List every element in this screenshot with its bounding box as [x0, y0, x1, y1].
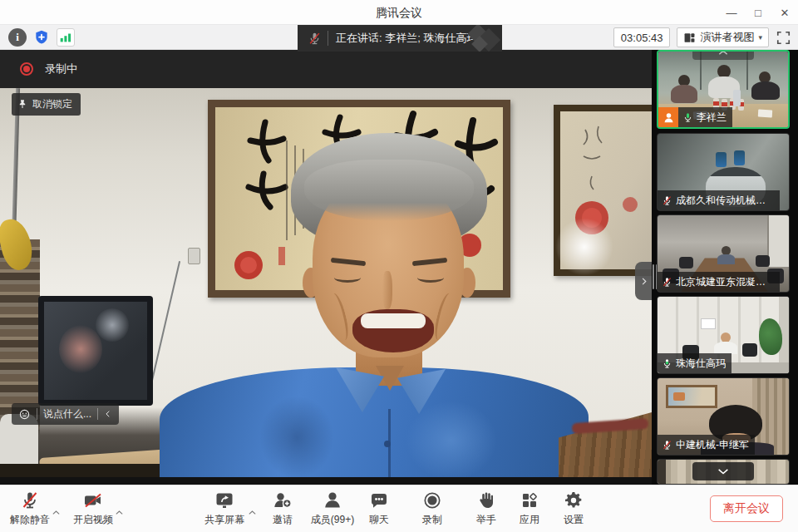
mic-on-icon — [682, 112, 693, 123]
participant-tile-partial[interactable] — [657, 459, 790, 485]
mic-muted-icon — [662, 440, 672, 451]
settings-button[interactable]: 设置 — [544, 490, 603, 527]
participant-tile-beijing[interactable]: 北京城建亚东混凝土有... — [657, 214, 790, 293]
window-title: 腾讯会议 — [0, 0, 798, 25]
participant-tile-zhuhai[interactable]: 珠海仕高玛 — [657, 296, 790, 374]
title-bar: 腾讯会议 — □ ✕ — [0, 0, 798, 25]
chevron-up-icon — [52, 510, 61, 515]
meeting-timer: 03:05:43 — [613, 27, 671, 47]
now-speaking-text: 正在讲话: 李祥兰; 珠海仕高玛; — [336, 31, 480, 46]
now-speaking-banner: 正在讲话: 李祥兰; 珠海仕高玛; — [298, 25, 502, 52]
mic-muted-icon — [662, 195, 672, 206]
participant-name: 成都久和传动机械有限... — [676, 194, 774, 208]
participants-sidebar: 李祥兰 成都久和传动机械有限... — [652, 50, 798, 485]
chat-input[interactable]: 说点什么... — [43, 407, 91, 421]
recording-dot-icon — [20, 62, 33, 76]
settings-label: 设置 — [564, 513, 584, 527]
participant-name: 北京城建亚东混凝土有... — [676, 275, 774, 289]
meeting-main-area: 录制中 取消锁定 说点什么... — [0, 50, 798, 485]
participant-tile-chengdu[interactable]: 成都久和传动机械有限... — [657, 133, 790, 211]
members-icon — [323, 490, 342, 510]
share-screen-label: 共享屏幕 — [204, 513, 244, 527]
sidebar-collapse-handle[interactable] — [635, 262, 652, 300]
speaker-smile — [352, 309, 434, 352]
view-mode-label: 演讲者视图 — [700, 30, 754, 45]
recording-label: 录制中 — [45, 62, 77, 76]
unmute-label: 解除静音 — [10, 513, 50, 527]
presenter-badge-icon — [658, 107, 678, 127]
mic-muted-icon — [662, 277, 672, 288]
speaker-view-icon — [683, 32, 696, 44]
participant-name: 珠海仕高玛 — [676, 357, 726, 371]
participant-tile-lixianglan[interactable]: 李祥兰 — [657, 50, 790, 129]
apps-label: 应用 — [520, 513, 539, 527]
raise-hand-label: 举手 — [476, 513, 496, 527]
fullscreen-icon[interactable] — [776, 30, 791, 46]
participant-name: 李祥兰 — [697, 111, 727, 125]
participant-tile-zhongjian[interactable]: 中建机械-申继军 — [657, 377, 790, 456]
maximize-button[interactable]: □ — [745, 0, 771, 25]
sidebar-scroll-up-button[interactable] — [692, 50, 754, 60]
quick-chat-bar: 说点什么... — [12, 403, 119, 425]
settings-icon — [564, 490, 584, 510]
invite-label: 邀请 — [273, 513, 293, 527]
chat-label: 聊天 — [369, 513, 389, 527]
chat-icon — [369, 490, 389, 510]
mic-muted-icon — [20, 490, 40, 510]
participant-name: 中建机械-申继军 — [676, 438, 749, 452]
record-button[interactable]: 录制 — [402, 490, 462, 527]
members-label: 成员(99+) — [311, 513, 354, 527]
close-button[interactable]: ✕ — [771, 0, 798, 25]
chevron-right-icon — [639, 277, 648, 286]
minimize-button[interactable]: — — [718, 0, 745, 25]
record-icon — [422, 490, 442, 510]
raise-hand-icon — [476, 490, 496, 510]
main-video[interactable]: 录制中 取消锁定 说点什么... — [0, 50, 652, 485]
network-signal-icon[interactable] — [57, 28, 75, 47]
meeting-info-icon[interactable]: i — [8, 28, 27, 47]
chevron-up-icon — [717, 50, 729, 57]
apps-icon — [520, 490, 539, 510]
invite-icon — [273, 490, 293, 510]
share-screen-icon — [214, 490, 234, 510]
camera-off-icon — [83, 490, 103, 510]
unlock-pin-label: 取消锁定 — [32, 97, 72, 111]
leave-meeting-button[interactable]: 离开会议 — [710, 495, 783, 522]
small-frame — [554, 105, 652, 276]
chevron-up-icon — [115, 510, 124, 515]
video-options-chevron[interactable] — [115, 504, 124, 519]
mic-options-chevron[interactable] — [52, 504, 61, 519]
mic-on-icon — [662, 358, 672, 369]
chevron-down-icon: ▾ — [758, 33, 762, 42]
chevron-left-icon[interactable] — [104, 410, 112, 418]
blurred-name — [469, 25, 502, 52]
unlock-pin-button[interactable]: 取消锁定 — [12, 93, 81, 116]
chevron-down-icon — [717, 467, 730, 476]
desk-monitor — [38, 296, 153, 406]
security-shield-icon[interactable] — [32, 28, 51, 47]
sidebar-scroll-down-button[interactable] — [692, 462, 754, 480]
view-mode-button[interactable]: 演讲者视图 ▾ — [677, 27, 769, 47]
chat-button[interactable]: 聊天 — [349, 490, 409, 527]
recording-bar: 录制中 — [0, 50, 652, 88]
bottom-toolbar: 解除静音 开启视频 共享屏幕 邀请 — [0, 485, 798, 532]
window-controls: — □ ✕ — [718, 0, 798, 25]
share-screen-button[interactable]: 共享屏幕 — [195, 490, 254, 527]
start-video-label: 开启视频 — [73, 513, 113, 527]
emoji-icon[interactable] — [18, 408, 31, 421]
record-label: 录制 — [422, 513, 442, 527]
mic-muted-icon — [308, 32, 322, 46]
pin-icon — [17, 99, 28, 111]
